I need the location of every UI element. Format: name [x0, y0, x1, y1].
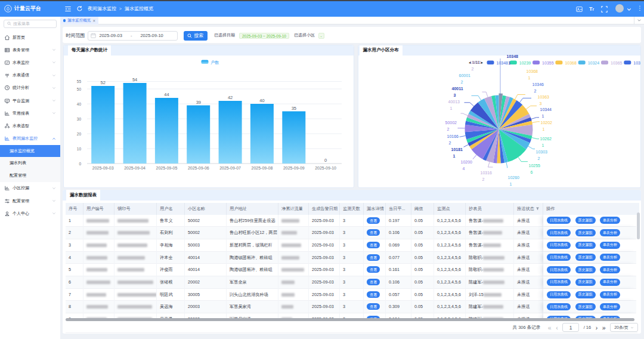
- svg-text:52: 52: [101, 80, 106, 85]
- svg-text:10202: 10202: [540, 120, 552, 124]
- svg-text:10348: 10348: [506, 54, 518, 58]
- svg-text:10303: 10303: [535, 149, 547, 153]
- svg-text:1: 1: [508, 60, 510, 64]
- svg-text:2025-09-06: 2025-09-06: [188, 165, 209, 170]
- svg-text:10346: 10346: [532, 82, 544, 86]
- svg-text:50: 50: [77, 87, 82, 91]
- svg-text:2025-09-08: 2025-09-08: [251, 165, 273, 170]
- svg-text:40: 40: [259, 98, 264, 103]
- svg-text:4: 4: [462, 166, 465, 170]
- svg-text:2025-09-07: 2025-09-07: [219, 165, 241, 170]
- svg-text:1034: 1034: [633, 60, 640, 64]
- svg-text:10316: 10316: [480, 170, 492, 174]
- svg-text:10368: 10368: [565, 60, 577, 64]
- svg-text:2025-09-04: 2025-09-04: [124, 165, 145, 170]
- svg-text:2: 2: [471, 66, 473, 70]
- svg-text:1: 1: [509, 181, 512, 186]
- svg-text:2025-09-03: 2025-09-03: [92, 165, 114, 170]
- svg-text:1: 1: [453, 153, 455, 158]
- svg-text:2: 2: [447, 127, 449, 131]
- svg-text:10239: 10239: [519, 60, 531, 64]
- svg-text:10355: 10355: [542, 60, 554, 64]
- svg-text:2: 2: [448, 140, 451, 144]
- svg-text:39: 39: [196, 99, 201, 104]
- svg-text:2025-09-05: 2025-09-05: [156, 165, 177, 170]
- svg-text:3: 3: [539, 101, 541, 105]
- svg-text:20: 20: [77, 131, 82, 135]
- svg-text:40013: 40013: [448, 99, 460, 103]
- svg-text:3: 3: [453, 93, 456, 97]
- svg-text:40: 40: [77, 101, 82, 106]
- svg-text:10324: 10324: [587, 60, 599, 64]
- svg-text:54: 54: [132, 77, 137, 82]
- svg-text:30: 30: [77, 116, 82, 121]
- svg-text:50002: 50002: [445, 120, 457, 124]
- svg-text:60001: 60001: [459, 73, 470, 77]
- svg-text:0: 0: [324, 158, 327, 163]
- svg-text:1: 1: [450, 106, 452, 110]
- svg-text:10: 10: [77, 146, 82, 150]
- svg-text:2: 2: [537, 156, 540, 160]
- svg-text:户数: 户数: [210, 60, 219, 64]
- svg-text:10181: 10181: [451, 147, 463, 151]
- svg-text:10262: 10262: [540, 136, 552, 140]
- svg-text:10348: 10348: [496, 60, 508, 64]
- svg-text:2: 2: [482, 177, 484, 181]
- svg-text:40011: 40011: [451, 86, 463, 90]
- svg-text:10260: 10260: [507, 175, 519, 179]
- svg-text:1: 1: [541, 113, 544, 118]
- svg-text:35: 35: [292, 105, 296, 110]
- svg-text:10255: 10255: [528, 163, 540, 167]
- svg-text:10344: 10344: [540, 107, 552, 111]
- svg-text:1: 1: [541, 143, 544, 147]
- svg-text:1: 1: [542, 127, 544, 131]
- svg-text:6: 6: [530, 170, 532, 174]
- svg-text:44: 44: [164, 92, 169, 97]
- svg-text:2: 2: [534, 88, 536, 93]
- svg-text:10200: 10200: [460, 159, 472, 164]
- svg-text:2025-09-09: 2025-09-09: [283, 165, 305, 170]
- svg-text:10365: 10365: [611, 60, 623, 64]
- svg-text:10166: 10166: [447, 134, 459, 138]
- svg-text:10368: 10368: [526, 69, 538, 73]
- svg-text:10363: 10363: [537, 94, 549, 98]
- svg-text:55: 55: [77, 79, 82, 84]
- svg-text:2: 2: [460, 79, 463, 84]
- svg-text:0: 0: [79, 161, 81, 165]
- svg-text:10346: 10346: [469, 60, 481, 64]
- svg-text:1: 1: [528, 75, 530, 79]
- svg-text:2025-09-10: 2025-09-10: [315, 165, 336, 170]
- svg-text:42: 42: [228, 95, 233, 100]
